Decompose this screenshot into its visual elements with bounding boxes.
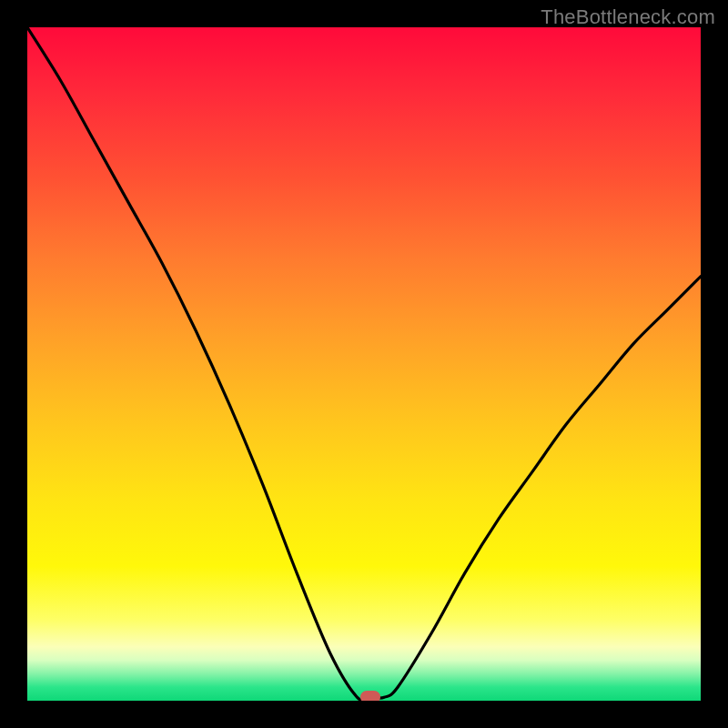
plot-area xyxy=(27,27,701,701)
bottleneck-curve xyxy=(27,27,701,701)
watermark-label: TheBottleneck.com xyxy=(541,5,715,29)
minimum-marker xyxy=(360,691,380,701)
chart-frame: TheBottleneck.com xyxy=(0,0,728,728)
